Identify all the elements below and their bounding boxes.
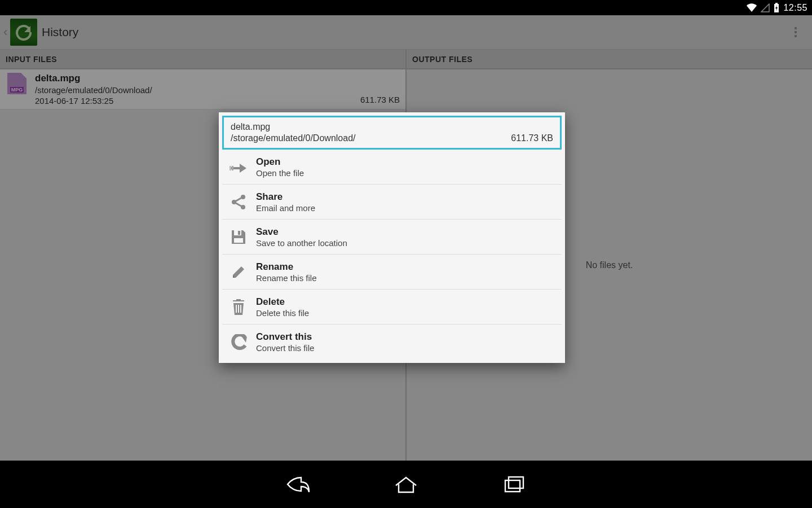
menu-item-subtitle: Open the file bbox=[256, 168, 304, 178]
file-actions-dialog: delta.mpg /storage/emulated/0/Download/ … bbox=[219, 112, 565, 363]
convert-icon bbox=[226, 334, 251, 350]
clock: 12:55 bbox=[783, 3, 807, 13]
menu-item-open[interactable]: Open Open the file bbox=[222, 150, 562, 185]
save-icon bbox=[226, 229, 251, 246]
dialog-file-path: /storage/emulated/0/Download/ bbox=[231, 133, 553, 143]
menu-item-title: Share bbox=[256, 191, 315, 203]
menu-item-subtitle: Delete this file bbox=[256, 308, 309, 318]
menu-item-convert[interactable]: Convert this Convert this file bbox=[222, 325, 562, 360]
svg-rect-14 bbox=[509, 477, 523, 488]
menu-item-delete[interactable]: Delete Delete this file bbox=[222, 290, 562, 325]
dialog-file-size: 611.73 KB bbox=[511, 133, 553, 143]
battery-charging-icon bbox=[773, 3, 780, 13]
share-icon bbox=[226, 194, 251, 211]
status-bar: 12:55 bbox=[0, 0, 812, 15]
menu-item-save[interactable]: Save Save to another location bbox=[222, 220, 562, 255]
menu-item-share[interactable]: Share Email and more bbox=[222, 185, 562, 220]
svg-rect-11 bbox=[238, 305, 239, 313]
open-icon bbox=[226, 160, 251, 174]
svg-rect-13 bbox=[505, 480, 520, 492]
system-nav-bar bbox=[0, 461, 812, 508]
menu-item-title: Rename bbox=[256, 261, 317, 273]
home-button[interactable] bbox=[391, 472, 421, 497]
menu-item-subtitle: Rename this file bbox=[256, 273, 317, 283]
menu-item-title: Save bbox=[256, 226, 347, 238]
menu-item-title: Convert this bbox=[256, 331, 314, 343]
svg-rect-10 bbox=[236, 305, 237, 313]
svg-rect-9 bbox=[234, 238, 243, 243]
dialog-file-name: delta.mpg bbox=[231, 122, 553, 132]
menu-item-title: Open bbox=[256, 156, 304, 168]
dialog-header: delta.mpg /storage/emulated/0/Download/ … bbox=[222, 116, 562, 150]
wifi-icon bbox=[746, 3, 757, 12]
svg-rect-8 bbox=[238, 231, 240, 235]
svg-rect-7 bbox=[234, 230, 241, 235]
svg-rect-12 bbox=[240, 305, 241, 313]
svg-rect-2 bbox=[230, 166, 231, 170]
svg-rect-1 bbox=[775, 3, 778, 4]
menu-item-subtitle: Email and more bbox=[256, 203, 315, 213]
menu-item-subtitle: Save to another location bbox=[256, 238, 347, 248]
menu-item-title: Delete bbox=[256, 296, 309, 308]
rename-icon bbox=[226, 264, 251, 281]
back-button[interactable] bbox=[283, 472, 312, 497]
recents-button[interactable] bbox=[500, 472, 529, 497]
menu-item-rename[interactable]: Rename Rename this file bbox=[222, 255, 562, 290]
menu-item-subtitle: Convert this file bbox=[256, 343, 314, 353]
signal-icon bbox=[761, 3, 770, 12]
svg-rect-3 bbox=[232, 166, 233, 170]
delete-icon bbox=[226, 298, 251, 316]
